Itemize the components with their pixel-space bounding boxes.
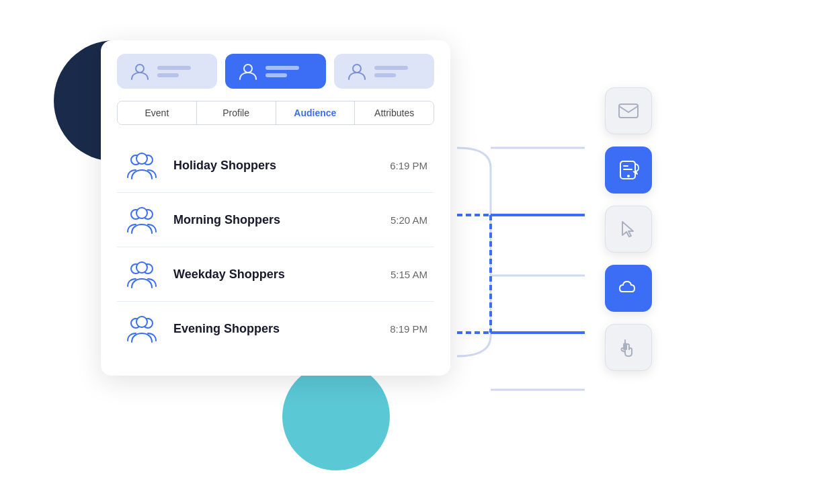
click-icon (617, 336, 640, 359)
click-action-icon[interactable] (605, 324, 652, 371)
line (374, 66, 408, 70)
line (157, 66, 191, 70)
svg-point-2 (353, 65, 361, 73)
profile-card-3-lines (374, 66, 422, 77)
svg-point-0 (136, 65, 144, 73)
tab-attributes[interactable]: Attributes (355, 101, 434, 124)
avatar-icon-3 (346, 60, 368, 82)
audience-time-0: 6:19 PM (390, 160, 427, 171)
profile-card-1-lines (157, 66, 205, 77)
cloud-action-icon[interactable] (605, 265, 652, 312)
svg-rect-18 (623, 165, 628, 167)
tab-profile[interactable]: Profile (197, 101, 276, 124)
line (265, 66, 299, 70)
line (157, 73, 179, 77)
profile-cards-row (117, 54, 434, 89)
cloud-icon (617, 277, 640, 300)
sms-action-icon[interactable] (605, 146, 652, 194)
svg-rect-15 (619, 104, 638, 118)
svg-point-8 (136, 208, 147, 218)
group-icon-1 (124, 204, 160, 236)
email-icon (617, 99, 640, 122)
cursor-action-icon[interactable] (605, 206, 652, 253)
audience-name-3: Evening Shoppers (173, 322, 390, 336)
svg-point-1 (244, 65, 252, 73)
audience-time-2: 5:15 AM (391, 269, 427, 280)
audience-item-3[interactable]: Evening Shoppers 8:19 PM (117, 302, 434, 355)
avatar-icon-1 (129, 60, 151, 82)
tabs-row: Event Profile Audience Attributes (117, 101, 434, 125)
avatar-icon-2 (237, 60, 259, 82)
audience-item-2[interactable]: Weekday Shoppers 5:15 AM (117, 247, 434, 302)
audience-name-1: Morning Shoppers (173, 213, 391, 227)
svg-point-17 (627, 175, 630, 177)
audience-item-1[interactable]: Morning Shoppers 5:20 AM (117, 193, 434, 247)
profile-card-2-lines (265, 66, 313, 77)
svg-point-11 (136, 262, 147, 273)
email-action-icon[interactable] (605, 87, 652, 134)
sms-icon (617, 159, 640, 181)
audience-card: Event Profile Audience Attributes Holida… (101, 40, 450, 376)
tab-event[interactable]: Event (118, 101, 197, 124)
connector-area (450, 81, 652, 430)
svg-point-5 (136, 153, 147, 164)
group-icon-2 (124, 258, 160, 290)
audience-name-2: Weekday Shoppers (173, 267, 391, 282)
svg-rect-19 (623, 169, 632, 170)
svg-point-14 (136, 317, 147, 327)
profile-card-2[interactable] (225, 54, 325, 89)
audience-time-1: 5:20 AM (391, 214, 427, 226)
line (265, 73, 287, 77)
cursor-icon (617, 218, 640, 241)
audience-time-3: 8:19 PM (390, 323, 427, 335)
audience-list: Holiday Shoppers 6:19 PM Morning Shopper… (117, 138, 434, 355)
tab-audience[interactable]: Audience (276, 101, 356, 124)
main-wrapper: Event Profile Audience Attributes Holida… (101, 40, 652, 390)
audience-name-0: Holiday Shoppers (173, 159, 390, 173)
group-icon-3 (124, 312, 160, 345)
audience-item-0[interactable]: Holiday Shoppers 6:19 PM (117, 138, 434, 193)
profile-card-3[interactable] (334, 54, 434, 89)
profile-card-1[interactable] (117, 54, 217, 89)
line (374, 73, 396, 77)
right-icons-column (605, 81, 652, 371)
group-icon-0 (124, 149, 160, 181)
